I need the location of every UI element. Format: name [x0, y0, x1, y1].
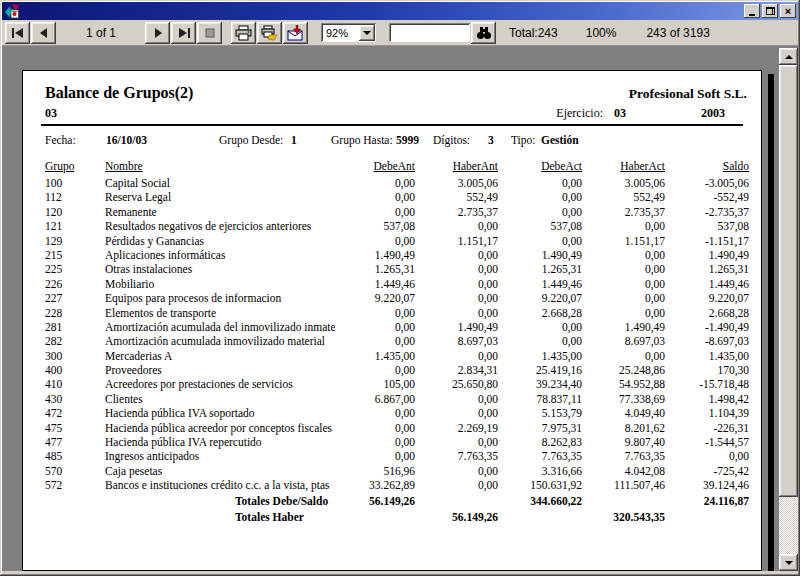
- table-row: 100Capital Social0,003.005,060,003.005,0…: [45, 176, 747, 190]
- debeact-cell: 2.668,28: [498, 306, 582, 320]
- haberant-cell: 3.005,06: [415, 176, 498, 190]
- grupo-cell: 400: [45, 363, 105, 377]
- print-setup-button[interactable]: [257, 22, 282, 44]
- debeact-cell: 8.262,83: [498, 435, 582, 449]
- saldo-cell: 1.435,00: [665, 349, 749, 363]
- digitos-value: 3: [488, 134, 494, 146]
- nombre-cell: Reserva Legal: [105, 190, 335, 204]
- saldo-cell: 1.104,39: [665, 406, 749, 420]
- debeact-cell: 1.490,49: [498, 248, 582, 262]
- grupo-cell: 300: [45, 349, 105, 363]
- search-input[interactable]: [389, 23, 471, 43]
- debeact-cell: 1.265,31: [498, 262, 582, 276]
- table-row: 112Reserva Legal0,00552,490,00552,49-552…: [45, 190, 747, 204]
- grupo-cell: 228: [45, 306, 105, 320]
- app-icon: [4, 3, 20, 19]
- haberant-cell: 0,00: [415, 306, 498, 320]
- print-button[interactable]: [231, 22, 256, 44]
- debeact-cell: 0,00: [498, 334, 582, 348]
- close-icon: ×: [785, 6, 791, 16]
- binoculars-icon: [476, 26, 492, 40]
- last-page-button[interactable]: [171, 22, 196, 44]
- first-page-button[interactable]: [5, 22, 30, 44]
- next-page-button[interactable]: [145, 22, 170, 44]
- scrollbar-thumb[interactable]: [779, 65, 798, 497]
- page-shadow: [768, 74, 774, 571]
- table-row: 225Otras instalaciones1.265,310,001.265,…: [45, 262, 747, 276]
- haberact-cell: 111.507,46: [582, 478, 665, 492]
- haberant-cell: 0,00: [415, 406, 498, 420]
- report-table: Grupo Nombre DebeAnt HaberAnt DebeAct Ha…: [23, 160, 761, 525]
- saldo-cell: 39.124,46: [665, 478, 749, 492]
- fecha-value: 16/10/03: [106, 134, 147, 146]
- grupo-cell: 430: [45, 392, 105, 406]
- totals-label: Totales Debe/Saldo: [105, 493, 335, 509]
- haberact-cell: [582, 493, 665, 509]
- debeact-cell: 0,00: [498, 320, 582, 334]
- debeant-cell: 33.262,89: [335, 478, 415, 492]
- debeant-cell: 0,00: [335, 306, 415, 320]
- haberant-cell: 0,00: [415, 219, 498, 233]
- grupo-cell: 475: [45, 421, 105, 435]
- nombre-cell: Clientes: [105, 392, 335, 406]
- previous-page-button[interactable]: [31, 22, 56, 44]
- fecha-label: Fecha:: [45, 134, 76, 146]
- restore-button[interactable]: [762, 4, 778, 18]
- haberact-cell: 9.807,40: [582, 435, 665, 449]
- table-row: 477Hacienda pública IVA repercutido0,000…: [45, 435, 747, 449]
- col-header-nombre: Nombre: [105, 160, 335, 176]
- digitos-label: Dígitos:: [433, 134, 470, 146]
- preview-area[interactable]: Balance de Grupos(2) Profesional Soft S.…: [2, 46, 798, 571]
- scroll-down-button[interactable]: [779, 554, 798, 571]
- page-indicator: 1 of 1: [57, 26, 145, 40]
- progress-label: 100%: [586, 26, 617, 40]
- saldo-cell: 24.116,87: [665, 493, 749, 509]
- saldo-cell: -2.735,37: [665, 205, 749, 219]
- report-filters: Fecha: 16/10/03 Grupo Desde: 1 Grupo Has…: [45, 134, 747, 149]
- haberact-cell: 1.151,17: [582, 234, 665, 248]
- table-row: 485Ingresos anticipados0,007.763,357.763…: [45, 449, 747, 463]
- report-page: Balance de Grupos(2) Profesional Soft S.…: [22, 70, 762, 571]
- haberact-cell: 54.952,88: [582, 377, 665, 391]
- haberact-cell: 8.697,03: [582, 334, 665, 348]
- debeact-cell: 25.419,16: [498, 363, 582, 377]
- haberant-cell: 0,00: [415, 435, 498, 449]
- vertical-scrollbar[interactable]: [779, 48, 798, 571]
- debeant-cell: 0,00: [335, 205, 415, 219]
- haberant-cell: 0,00: [415, 464, 498, 478]
- table-row: 215Aplicaciones informáticas1.490,490,00…: [45, 248, 747, 262]
- grupo-cell: 120: [45, 205, 105, 219]
- debeant-cell: 1.449,46: [335, 277, 415, 291]
- titlebar[interactable]: ×: [2, 2, 798, 20]
- minimize-button[interactable]: [744, 4, 760, 18]
- nombre-cell: Ingresos anticipados: [105, 449, 335, 463]
- scroll-up-button[interactable]: [779, 48, 798, 65]
- haberact-cell: 8.201,62: [582, 421, 665, 435]
- haberant-cell: 1.490,49: [415, 320, 498, 334]
- col-header-haberact: HaberAct: [582, 160, 665, 176]
- stop-loading-button[interactable]: [197, 22, 222, 44]
- debeact-cell: 150.631,92: [498, 478, 582, 492]
- close-button[interactable]: ×: [780, 4, 796, 18]
- haberant-cell: 552,49: [415, 190, 498, 204]
- table-row: 281Amortización acumulada del inmoviliza…: [45, 320, 747, 334]
- saldo-cell: 1.449,46: [665, 277, 749, 291]
- haberant-cell: 8.697,03: [415, 334, 498, 348]
- debeact-cell: 1.449,46: [498, 277, 582, 291]
- export-button[interactable]: [283, 22, 308, 44]
- zoom-dropdown-button[interactable]: [359, 25, 375, 41]
- scrollbar-track[interactable]: [779, 65, 798, 554]
- table-row: 430Clientes6.867,000,0078.837,1177.338,6…: [45, 392, 747, 406]
- report-viewer-window: × 1 of 1: [0, 0, 800, 576]
- year-value: 2003: [701, 106, 725, 120]
- haberant-cell: 0,00: [415, 248, 498, 262]
- grupo-cell: 410: [45, 377, 105, 391]
- printer-icon: [235, 25, 252, 41]
- search-button[interactable]: [471, 22, 496, 44]
- printer-setup-icon: [261, 25, 278, 41]
- grupo-cell: 225: [45, 262, 105, 276]
- debeact-cell: 5.153,79: [498, 406, 582, 420]
- group-code: 03: [45, 106, 57, 121]
- zoom-combobox[interactable]: 92%: [321, 23, 377, 43]
- haberact-cell: 4.042,08: [582, 464, 665, 478]
